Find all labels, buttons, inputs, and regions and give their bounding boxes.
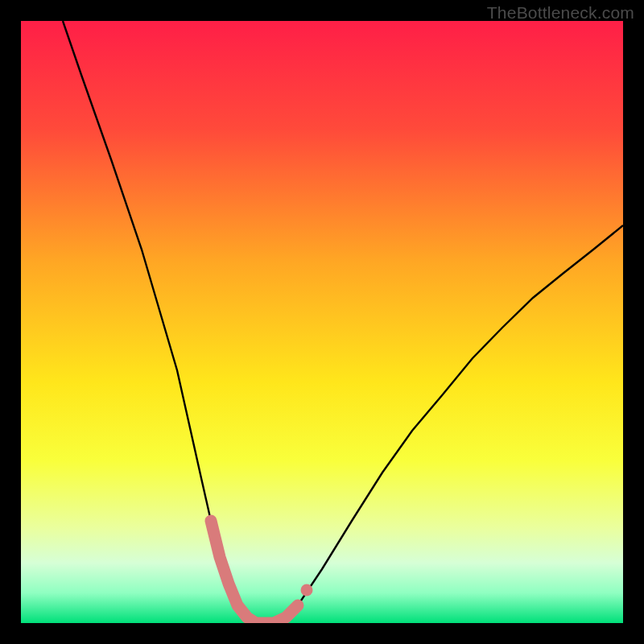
- chart-frame: TheBottleneck.com: [0, 0, 644, 644]
- bottleneck-curve: [63, 21, 623, 623]
- optimal-range-highlight: [211, 521, 298, 623]
- plot-area: [21, 21, 623, 623]
- bottleneck-curve-svg: [21, 21, 623, 623]
- watermark-text: TheBottleneck.com: [487, 3, 634, 23]
- optimal-range-end-dot: [301, 584, 313, 597]
